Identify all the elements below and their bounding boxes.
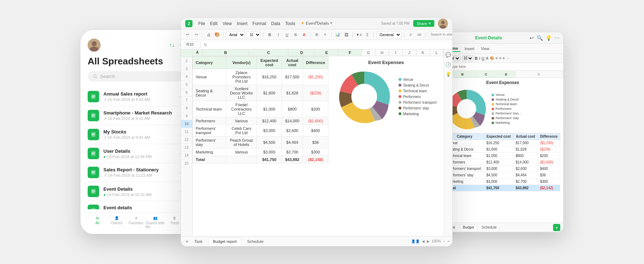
align-button[interactable]: ≡: [322, 31, 329, 38]
bold-button[interactable]: B: [266, 31, 273, 38]
tablet-table-row[interactable]: Performers' stay$4,500$4,464$36: [445, 172, 560, 179]
bottom-tab-favorites[interactable]: ★Favorites: [126, 216, 146, 229]
phone-list-item[interactable]: Sales Report - Stationery ↗14-Feb-2019 a…: [88, 163, 184, 182]
ribbon-tab-insert[interactable]: Insert: [463, 46, 477, 52]
tablet-sheet-tabs: Task Budget Schedule +: [442, 223, 563, 232]
ribbon-tab-view[interactable]: View: [479, 46, 492, 52]
menu-item-format[interactable]: Format: [253, 21, 266, 26]
tablet-table-row[interactable]: Performers' transport$3,000$2,600$400: [445, 166, 560, 172]
table-row[interactable]: Performers' transportCeleb Cars Pvt Ltd$…: [193, 125, 328, 137]
bottom-tab-shared-with-me[interactable]: 👥Shared with Me: [146, 216, 165, 229]
bulb-icon[interactable]: 💡: [546, 35, 552, 41]
table-row[interactable]: MarketingVarious$3,000$2,700$300: [193, 148, 328, 156]
tablet-formula-input[interactable]: [450, 65, 560, 69]
italic-btn[interactable]: I: [479, 56, 480, 60]
comment-icon[interactable]: 💬: [445, 52, 451, 58]
image-button[interactable]: 🖼: [343, 31, 350, 38]
menu-item-data[interactable]: Data: [271, 21, 280, 26]
phone-list-item[interactable]: Smartphone - Market Research ↗16-Feb-201…: [88, 106, 184, 125]
italic-button[interactable]: I: [275, 31, 282, 38]
font-selector[interactable]: Arial: [226, 31, 245, 38]
tab-budget-report[interactable]: Budget report: [208, 238, 241, 245]
underline-btn[interactable]: U: [482, 56, 484, 60]
number-format-selector[interactable]: General: [376, 31, 401, 38]
phone-list-item[interactable]: Event Details ●14-Feb-2019 at 10:32 AM ⋯: [88, 182, 184, 201]
add-sheet-button[interactable]: +: [185, 238, 189, 245]
search-sheet-button[interactable]: [442, 31, 449, 38]
paint-format-button[interactable]: 🎨: [214, 31, 221, 38]
bulb-icon[interactable]: 💡: [445, 72, 451, 77]
menu-item-view[interactable]: View: [223, 21, 232, 26]
tablet-tab-schedule[interactable]: Schedule: [479, 225, 499, 230]
align-right-btn[interactable]: ≡: [503, 56, 505, 60]
laptop-device: Z FileEditViewInsertFormatDataTools ★ Ev…: [181, 18, 453, 246]
expense-table: Category Vendor(s) Expected cost Actual …: [192, 56, 328, 163]
phone-list-item[interactable]: User Details ●14-Feb-2019 at 12:46 PM ⋯: [88, 144, 184, 163]
share-button[interactable]: Share ▾: [413, 20, 434, 27]
fill-color-btn[interactable]: 🎨: [490, 56, 494, 60]
filter-button[interactable]: ▼≡: [355, 31, 362, 38]
increase-decimal[interactable]: .00: [415, 31, 423, 38]
menu-item-edit[interactable]: Edit: [210, 21, 218, 26]
text-color-btn[interactable]: A: [486, 56, 488, 60]
chart-button[interactable]: 📊: [334, 31, 341, 38]
tablet-col-b: B: [450, 71, 475, 78]
print-button[interactable]: 🖨: [205, 31, 212, 38]
undo-icon[interactable]: ↩: [530, 35, 534, 41]
phone-search-bar[interactable]: Search: [88, 71, 184, 82]
formula-button[interactable]: Σ: [364, 31, 371, 38]
search-icon[interactable]: 🔍: [537, 35, 543, 41]
sheet-nav-right[interactable]: ▶: [427, 239, 430, 243]
redo-button[interactable]: ↪: [192, 31, 200, 38]
sort-icon[interactable]: ↑↓: [169, 42, 175, 48]
zoom-in[interactable]: +: [447, 239, 449, 243]
table-row[interactable]: PerformersVarious$12,400$14,000($1,600): [193, 117, 328, 125]
spreadsheet-icon: [90, 93, 97, 100]
table-row[interactable]: Seating & DecorXcellent Decor Works LLC$…: [193, 85, 328, 101]
menu-item-file[interactable]: File: [198, 21, 205, 26]
table-row[interactable]: Performers' stayPeach Group of Hotels$4,…: [193, 137, 328, 148]
search-sheet-input[interactable]: [428, 31, 453, 38]
align-left-btn[interactable]: ≡: [496, 56, 498, 60]
table-row[interactable]: VenueZplace Promoters Pvt Ltd$16,250$17,…: [193, 69, 328, 85]
align-center-btn[interactable]: ≡: [499, 56, 501, 60]
format-more-btn[interactable]: ⋯: [506, 56, 510, 60]
menu-item-insert[interactable]: Insert: [237, 21, 248, 26]
tablet-table-row[interactable]: Venue$16,250$17,500($1,250): [445, 140, 560, 146]
tablet-font-size[interactable]: 10: [462, 55, 473, 62]
font-size-selector[interactable]: 10: [247, 31, 261, 38]
more-icon[interactable]: ⋯: [555, 35, 560, 41]
undo-button[interactable]: ↩: [184, 31, 191, 38]
tab-task[interactable]: Task: [190, 238, 207, 245]
bottom-tab-owned[interactable]: 👤Owned: [107, 216, 126, 229]
phone-list-item[interactable]: Annual Sales report ↗16-Feb-2019 at 9:43…: [88, 87, 184, 106]
table-row[interactable]: Technical teamFriedel Contractors LLC$1,…: [193, 101, 328, 117]
text-color-button[interactable]: A: [301, 31, 308, 38]
tablet-table-row[interactable]: Seating & Decor$1,600$1,828($228): [445, 146, 560, 153]
strikethrough-button[interactable]: S: [292, 31, 299, 38]
col-header-actual: Actual cost: [282, 57, 303, 69]
phone-list-item[interactable]: Event details ↗13-Feb-2019 at 6:00 PM ⋯: [88, 201, 184, 209]
decrease-decimal[interactable]: .0: [407, 31, 414, 38]
tablet-legend-label: Performers' tran...: [496, 112, 521, 115]
cell-reference[interactable]: R10: [184, 41, 201, 48]
user-avatar[interactable]: [438, 19, 448, 29]
sheet-nav-left[interactable]: ◀: [422, 239, 425, 243]
zoom-out[interactable]: −: [443, 239, 445, 243]
underline-button[interactable]: U: [283, 31, 291, 38]
svg-rect-19: [92, 153, 95, 153]
laptop-title-bar: ★ Event Details ▾: [301, 21, 333, 25]
formula-input[interactable]: [210, 43, 449, 47]
phone-list-item[interactable]: My Stocks ↗16-Feb-2019 at 9:41 AM ⋯: [88, 125, 184, 144]
tablet-table-row[interactable]: Technical team$1,000$800$200: [445, 153, 560, 159]
bold-btn[interactable]: B: [475, 56, 478, 60]
tablet-table-row[interactable]: Marketing$3,000$2,700$300: [445, 179, 560, 185]
tablet-tab-budget[interactable]: Budget: [460, 224, 478, 230]
history-icon[interactable]: 🕐: [445, 62, 451, 67]
tab-schedule[interactable]: Schedule: [243, 238, 268, 245]
tablet-table-row[interactable]: Performers$12,400$14,000($1,600): [445, 159, 560, 166]
bottom-tab-all[interactable]: ⊞All: [88, 216, 107, 229]
merge-button[interactable]: ⊞: [313, 31, 320, 38]
menu-item-tools[interactable]: Tools: [285, 21, 295, 26]
tablet-add-sheet-button[interactable]: +: [553, 224, 560, 231]
